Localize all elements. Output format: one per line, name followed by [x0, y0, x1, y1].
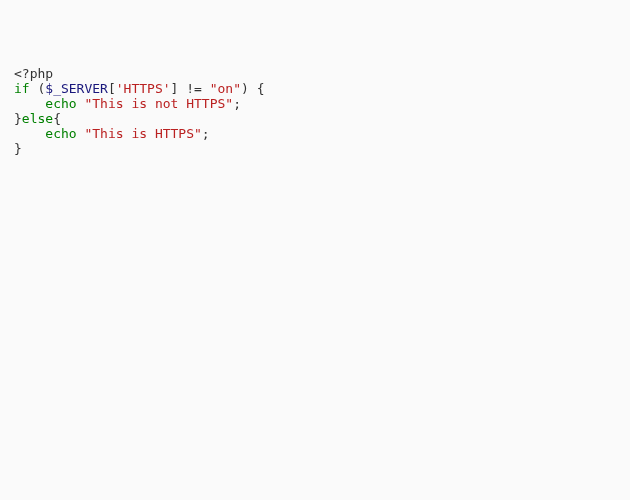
- variable-server: $_SERVER: [45, 81, 108, 96]
- line-6: }: [14, 141, 22, 156]
- line-4: }else{: [14, 111, 61, 126]
- semicolon: ;: [202, 126, 210, 141]
- brace-close: }: [14, 111, 22, 126]
- bracket-open: [: [108, 81, 116, 96]
- keyword-echo: echo: [45, 126, 76, 141]
- line-5: echo "This is HTTPS";: [14, 126, 210, 141]
- semicolon: ;: [233, 96, 241, 111]
- brace-open: {: [249, 81, 265, 96]
- punct: (: [30, 81, 46, 96]
- indent: [14, 96, 45, 111]
- line-3: echo "This is not HTTPS";: [14, 96, 241, 111]
- space: [202, 81, 210, 96]
- indent: [14, 126, 45, 141]
- string-not-https: "This is not HTTPS": [84, 96, 233, 111]
- keyword-else: else: [22, 111, 53, 126]
- line-2: if ($_SERVER['HTTPS'] != "on") {: [14, 81, 265, 96]
- keyword-echo: echo: [45, 96, 76, 111]
- string-https-key: 'HTTPS': [116, 81, 171, 96]
- brace-open: {: [53, 111, 61, 126]
- keyword-if: if: [14, 81, 30, 96]
- string-on: "on": [210, 81, 241, 96]
- string-is-https: "This is HTTPS": [84, 126, 201, 141]
- code-block: <?php if ($_SERVER['HTTPS'] != "on") { e…: [14, 66, 616, 156]
- line-1: <?php: [14, 66, 53, 81]
- php-open-tag: <?php: [14, 66, 53, 81]
- operator-neq: !=: [186, 81, 202, 96]
- brace-close: }: [14, 141, 22, 156]
- paren-close: ): [241, 81, 249, 96]
